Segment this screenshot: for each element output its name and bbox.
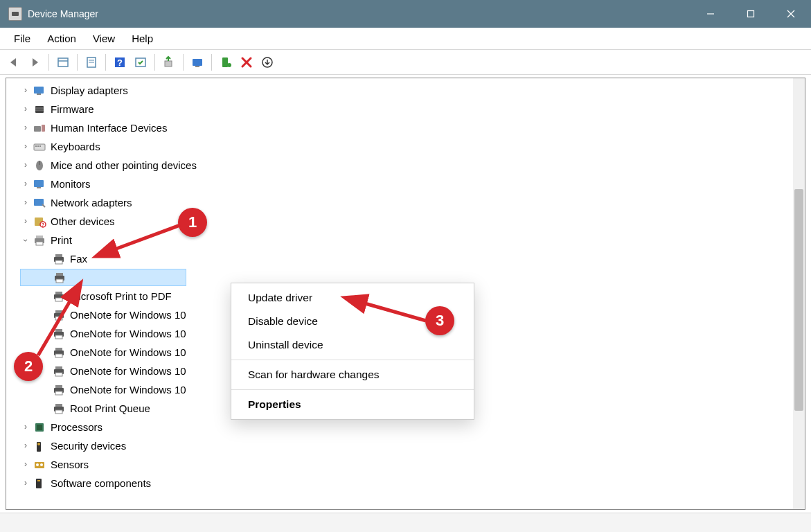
chevron-right-icon[interactable]: › [20,441,31,452]
svg-rect-44 [56,273,63,276]
svg-rect-59 [55,366,62,369]
security-device-icon [33,440,46,452]
tree-item-security-devices[interactable]: › Security devices [20,436,805,455]
svg-line-76 [111,225,180,251]
properties-button[interactable] [82,53,101,72]
svg-rect-1 [748,11,754,17]
scrollbar-thumb[interactable] [794,189,803,411]
chevron-right-icon[interactable]: › [20,123,31,134]
chevron-right-icon[interactable]: › [20,104,31,115]
svg-rect-68 [37,425,42,430]
menu-help[interactable]: Help [123,30,161,47]
back-button[interactable] [4,53,24,72]
tree-item-monitors[interactable]: › Monitors [20,175,805,193]
show-hide-tree-button[interactable] [53,53,73,72]
mouse-icon [33,159,46,172]
svg-rect-62 [55,385,62,388]
annotation-arrow-1 [104,222,187,259]
chevron-down-icon[interactable]: › [20,235,31,246]
app-icon [8,7,22,21]
help-button[interactable]: ? [110,53,130,72]
monitor-icon [33,178,46,190]
svg-rect-31 [34,180,44,187]
toolbar: ? [0,50,811,75]
uninstall-device-button[interactable] [237,53,256,72]
vertical-scrollbar[interactable] [793,78,805,509]
tree-item-label: Sensors [51,455,89,474]
tree-item-label: Display adapters [51,81,128,100]
scan-hardware-button[interactable] [188,53,207,72]
svg-rect-4 [58,58,68,66]
chevron-right-icon[interactable]: › [20,85,31,96]
svg-rect-60 [55,373,62,376]
context-menu: Update driver Disable device Uninstall d… [231,283,474,420]
svg-text:?: ? [117,57,123,68]
tree-item-label: OneNote for Windows 10 [70,305,186,324]
chevron-right-icon[interactable]: › [20,179,31,190]
tree-item-keyboards[interactable]: › Keyboards [20,137,805,156]
svg-text:?: ? [42,222,44,227]
ctx-uninstall-device[interactable]: Uninstall device [231,333,474,357]
chevron-right-icon[interactable]: › [20,141,31,152]
minimize-button[interactable] [690,0,731,28]
forward-button[interactable] [25,53,44,72]
tree-item-label: OneNote for Windows 10 [70,362,186,380]
disable-device-button[interactable] [258,53,277,72]
update-driver-button[interactable] [159,53,179,72]
ctx-scan-hardware[interactable]: Scan for hardware changes [231,363,474,387]
svg-rect-15 [222,57,228,67]
svg-rect-12 [165,61,172,66]
svg-line-78 [360,302,426,321]
action-button[interactable] [131,53,150,72]
svg-rect-63 [55,391,62,395]
sensor-icon [33,459,46,471]
tree-item-label: Monitors [51,175,91,193]
enable-device-button[interactable] [216,53,235,72]
tree-item-processors[interactable]: › Processors [20,418,805,436]
hid-icon [33,122,46,134]
close-button[interactable] [771,0,811,28]
svg-rect-20 [35,106,44,113]
svg-rect-23 [34,126,41,132]
tree-item-software-components[interactable]: › Software components [20,474,805,493]
tree-item-label: OneNote for Windows 10 [70,324,186,343]
svg-rect-27 [37,145,39,147]
svg-rect-45 [56,279,63,283]
menu-view[interactable]: View [84,30,123,47]
keyboard-icon [33,141,46,153]
chevron-right-icon[interactable]: › [20,197,31,209]
ctx-properties[interactable]: Properties [231,393,474,416]
tree-item-sensors[interactable]: › Sensors [20,455,805,474]
tree-item-label: Processors [51,418,103,436]
svg-rect-39 [36,242,43,245]
tree-item-display-adapters[interactable]: › Display adapters [20,81,805,100]
processor-icon [33,421,46,434]
chevron-right-icon[interactable]: › [20,478,31,489]
menu-action[interactable]: Action [39,30,84,47]
tree-item-selected-printer[interactable] [20,269,186,286]
svg-rect-75 [37,480,40,481]
tree-item-mice[interactable]: › Mice and other pointing devices [20,156,805,175]
chevron-right-icon[interactable]: › [20,422,31,433]
window-title: Device Manager [28,8,98,19]
tree-item-label: Human Interface Devices [51,118,167,137]
tree-item-label: Print [51,231,72,249]
other-devices-icon: ? [33,215,46,228]
chevron-right-icon[interactable]: › [20,216,31,227]
tree-item-label: OneNote for Windows 10 [70,343,186,362]
display-adapter-icon [33,85,46,97]
tree-item-label: Network adapters [51,193,132,212]
svg-rect-25 [34,144,45,150]
maximize-button[interactable] [731,0,771,28]
chevron-right-icon[interactable]: › [20,459,31,470]
tree-item-network-adapters[interactable]: › Network adapters [20,193,805,212]
printer-icon [52,365,66,378]
titlebar: Device Manager [0,0,811,28]
printer-icon [52,253,66,265]
ctx-separator [231,389,474,390]
svg-point-70 [37,443,40,445]
menu-file[interactable]: File [6,30,39,47]
tree-item-firmware[interactable]: › Firmware [20,100,805,118]
chevron-right-icon[interactable]: › [20,160,31,171]
tree-item-hid[interactable]: › Human Interface Devices [20,118,805,137]
